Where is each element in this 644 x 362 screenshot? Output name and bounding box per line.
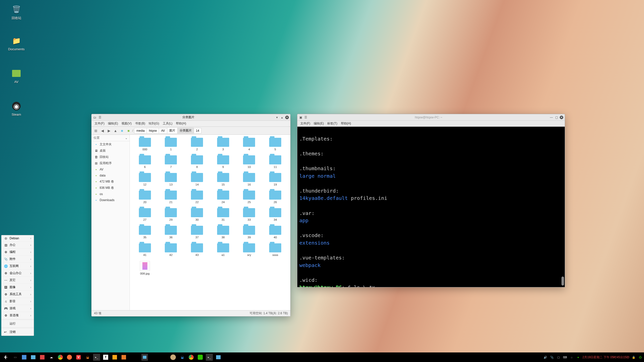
task-chrome[interactable] — [188, 354, 195, 361]
sidebar-item[interactable]: ▪Downloads — [92, 197, 130, 203]
menu-item[interactable]: 工具(L) — [161, 121, 174, 126]
show-desktop-icon[interactable]: ▭ — [12, 354, 19, 361]
folder-item[interactable]: 13 — [159, 173, 183, 186]
breadcrumb-seg[interactable]: 14 — [194, 128, 202, 133]
menu-item[interactable]: 书签(B) — [134, 121, 147, 126]
up-icon[interactable]: ▲ — [113, 128, 118, 133]
folder-item[interactable]: 11 — [263, 155, 287, 168]
sidebar-item[interactable]: ▪os — [92, 191, 130, 197]
folder-item[interactable]: 38 — [211, 226, 235, 239]
sidebar-item[interactable]: ▪AV — [92, 166, 130, 172]
folder-item[interactable]: 8 — [185, 155, 209, 168]
sidebar-item[interactable]: ▪472 MB 卷 — [92, 178, 130, 185]
folder-item[interactable]: 5 — [263, 138, 287, 151]
breadcrumb-seg[interactable]: htqxw — [147, 128, 159, 133]
sidebar-item[interactable]: ⊞应用程序 — [92, 160, 130, 166]
terminal-body[interactable]: .Templates: .themes: .thumbnails:large n… — [297, 127, 565, 287]
folder-item[interactable]: 36 — [159, 226, 183, 239]
menu-logout[interactable]: ↩注销 — [2, 329, 34, 336]
folder-item[interactable]: 41 — [133, 243, 157, 256]
folder-item[interactable]: 29 — [159, 208, 183, 221]
menu-item-9[interactable]: ♫影音› — [2, 298, 34, 305]
folder-item[interactable]: 7 — [159, 155, 183, 168]
task-wechat[interactable] — [197, 354, 204, 361]
rollup-icon[interactable]: ▾ — [275, 116, 279, 119]
menu-item[interactable]: 转到(G) — [147, 121, 160, 126]
folder-item[interactable]: ssss — [263, 243, 287, 256]
folder-item[interactable]: 33 — [237, 208, 261, 221]
terminal-icon[interactable]: ▸_ — [93, 354, 100, 361]
menu-run[interactable]: 运行 — [2, 320, 34, 327]
sidebar-item[interactable]: ▪data — [92, 172, 130, 178]
menu-item-8[interactable]: ⚙系统工具› — [2, 291, 34, 298]
folder-item[interactable]: 43 — [185, 243, 209, 256]
folder-item[interactable]: 16 — [237, 173, 261, 186]
menu-icon[interactable]: ☰ — [98, 116, 102, 119]
menu-item-7[interactable]: 🖼图像› — [2, 284, 34, 291]
breadcrumb-seg[interactable]: 分类图片 — [177, 127, 194, 134]
screenshot-icon[interactable] — [39, 354, 46, 361]
fm-titlebar[interactable]: 🗂 ☰ 分类图片 ▾ ▴ ✕ — [92, 114, 290, 121]
menu-icon[interactable]: ☰ — [304, 116, 307, 119]
power-icon[interactable]: ⏻ — [638, 355, 642, 359]
keyboard-icon[interactable]: ⌨ — [563, 355, 567, 359]
menu-item-6[interactable]: ⋯其它› — [2, 277, 34, 284]
menu-item-5[interactable]: ⚙金山办公› — [2, 270, 34, 277]
menu-item[interactable]: 文件(F) — [299, 121, 312, 126]
menu-item[interactable]: 编辑(E) — [106, 121, 119, 126]
new-tab-icon[interactable]: ⊞ — [93, 128, 99, 133]
home-icon[interactable]: ■ — [119, 128, 125, 133]
close-icon[interactable]: ✕ — [285, 116, 289, 119]
sidebar-item[interactable]: 🖥桌面 — [92, 148, 130, 154]
folder-item[interactable]: 20 — [133, 191, 157, 204]
folder-item[interactable]: 40 — [263, 226, 287, 239]
folder-item[interactable]: 2 — [185, 138, 209, 151]
menu-item[interactable]: 帮助(H) — [339, 121, 353, 126]
folder-item[interactable]: 3 — [211, 138, 235, 151]
folder-item[interactable]: 19 — [263, 173, 287, 186]
breadcrumb[interactable]: mediahtqxwAV图片分类图片14 — [134, 127, 202, 134]
display-icon[interactable]: ▢ — [556, 355, 561, 359]
chrome-icon[interactable] — [57, 354, 64, 361]
volume-icon[interactable]: 🔊 — [543, 355, 548, 359]
folder-item[interactable]: 30 — [185, 208, 209, 221]
desktop-av[interactable]: AV — [5, 68, 28, 84]
maximize-icon[interactable]: ▢ — [555, 116, 558, 119]
monitor-icon[interactable] — [111, 354, 118, 361]
folder-item[interactable]: sry — [237, 243, 261, 256]
breadcrumb-seg[interactable]: 图片 — [167, 127, 177, 134]
menu-item-4[interactable]: 🌐互联网› — [2, 263, 34, 270]
folder-item[interactable]: 24 — [211, 191, 235, 204]
clipboard-icon[interactable]: 📎 — [550, 355, 554, 359]
menu-item-10[interactable]: 🎮游戏› — [2, 305, 34, 312]
desktop-steam[interactable]: ◉ Steam — [5, 101, 28, 116]
folder-item[interactable]: 42 — [159, 243, 183, 256]
menu-item-3[interactable]: 📎附件› — [2, 256, 34, 263]
folder-item[interactable]: 9 — [211, 155, 235, 168]
fm-content[interactable]: 0001234567891011121314151619202122242526… — [130, 135, 290, 310]
folder-item[interactable]: 35 — [133, 226, 157, 239]
task-file-manager[interactable] — [141, 354, 148, 361]
menu-item[interactable]: 视图(V) — [120, 121, 133, 126]
folder-item[interactable]: 31 — [211, 208, 235, 221]
drive-crumb-icon[interactable]: ■ — [126, 128, 131, 133]
file-manager-window[interactable]: 🗂 ☰ 分类图片 ▾ ▴ ✕ 文件(F)编辑(E)视图(V)书签(B)转到(G)… — [91, 114, 291, 316]
task-avatar[interactable] — [170, 354, 177, 361]
vivaldi-icon[interactable]: V — [75, 354, 82, 361]
close-icon[interactable]: ✕ — [560, 116, 563, 119]
menu-item-0[interactable]: ◎Debian› — [2, 235, 34, 242]
folder-item[interactable]: 1 — [159, 138, 183, 151]
start-menu-button[interactable] — [3, 354, 10, 361]
sidebar-item[interactable]: 🗑回收站 — [92, 154, 130, 160]
folder-item[interactable]: 27 — [133, 208, 157, 221]
sidebar-item[interactable]: ▪836 MB 卷 — [92, 185, 130, 191]
folder-item[interactable]: 22 — [185, 191, 209, 204]
folder-item[interactable]: 4 — [237, 138, 261, 151]
firefox-icon[interactable] — [66, 354, 73, 361]
minimize-icon[interactable]: — — [550, 116, 553, 119]
menu-item-2[interactable]: ⚙编程› — [2, 249, 34, 256]
folder-item[interactable]: 25 — [237, 191, 261, 204]
clock[interactable]: 2月19日星期二 下午 05时45分15秒 — [582, 355, 629, 359]
folder-item[interactable]: 21 — [159, 191, 183, 204]
sidebar-header[interactable]: 位置 ⌄ — [92, 135, 130, 141]
